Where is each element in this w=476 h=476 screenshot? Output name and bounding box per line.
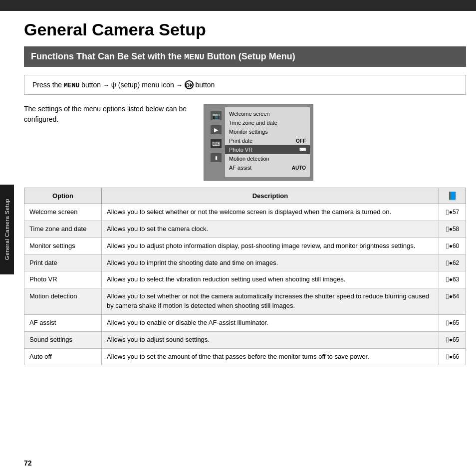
camera-screenshot: 📷 ▶ ⌨ ▮ Welcome screen Time zone and dat…	[204, 104, 313, 181]
book-icon: 📘	[448, 192, 458, 200]
cam-menu-afassist: AF assist AUTO	[225, 163, 310, 172]
ref-number: 58	[453, 226, 459, 233]
ref-number: 65	[453, 319, 459, 326]
ref-number: 63	[453, 276, 459, 283]
option-ref: ⌷●64	[439, 288, 466, 315]
option-ref: ⌷●66	[439, 348, 466, 365]
intro-text: The settings of the menu options listed …	[24, 104, 194, 125]
cam-icon-wrench: ⌨	[211, 139, 222, 148]
ref-book-icon: ⌷●	[446, 226, 453, 233]
option-description: Allows you to adjust photo information d…	[102, 238, 439, 254]
cam-left-icons: 📷 ▶ ⌨ ▮	[207, 107, 225, 177]
option-name: Monitor settings	[24, 238, 102, 254]
table-row: Print dateAllows you to imprint the shoo…	[24, 254, 466, 271]
option-name: Welcome screen	[24, 204, 102, 221]
cam-menu-welcome: Welcome screen	[225, 109, 310, 118]
option-ref: ⌷●57	[439, 204, 466, 221]
table-row: Monitor settingsAllows you to adjust pho…	[24, 238, 466, 254]
ref-book-icon: ⌷●	[446, 276, 453, 283]
ref-book-icon: ⌷●	[446, 336, 453, 343]
option-ref: ⌷●62	[439, 254, 466, 271]
option-description: Allows you to select the vibration reduc…	[102, 271, 439, 288]
option-description: Allows you to set the amount of time tha…	[102, 348, 439, 365]
ref-number: 62	[453, 259, 459, 266]
side-tab-label: General Camera Setup	[4, 199, 10, 260]
cam-menu-photovr: Photo VR ⌨	[225, 145, 310, 154]
page-number: 72	[24, 459, 32, 467]
ok-button-icon: OK	[185, 80, 194, 89]
table-row: Welcome screenAllows you to select wheth…	[24, 204, 466, 221]
menu-word-header: MENU	[184, 52, 205, 62]
option-name: Auto off	[24, 348, 102, 365]
cam-item-label: Time zone and date	[229, 120, 277, 126]
cam-item-label: Monitor settings	[229, 129, 268, 135]
options-table: Option Description 📘 Welcome screenAllow…	[24, 188, 466, 365]
section-header-text: Functions That Can Be Set with the MENU …	[31, 51, 295, 61]
option-description: Allows you to set whether or not the cam…	[102, 288, 439, 315]
menu-word-instruction: MENU	[64, 82, 79, 89]
option-ref: ⌷●63	[439, 271, 466, 288]
main-content: General Camera Setup Functions That Can …	[24, 11, 466, 365]
ref-book-icon: ⌷●	[446, 293, 453, 300]
option-description: Allows you to adjust sound settings.	[102, 331, 439, 348]
option-name: Print date	[24, 254, 102, 271]
option-ref: ⌷●60	[439, 238, 466, 254]
option-ref: ⌷●65	[439, 314, 466, 331]
cam-item-value: AUTO	[292, 165, 306, 171]
cam-item-label: Print date	[229, 138, 252, 144]
cam-item-label: AF assist	[229, 165, 251, 171]
ref-number: 64	[453, 293, 459, 300]
ref-number: 60	[453, 242, 459, 249]
cam-menu-monitor: Monitor settings	[225, 127, 310, 136]
camera-screenshot-inner: 📷 ▶ ⌨ ▮ Welcome screen Time zone and dat…	[207, 107, 310, 177]
option-name: Sound settings	[24, 331, 102, 348]
ref-number: 65	[453, 336, 459, 343]
ref-number: 57	[453, 209, 459, 216]
cam-item-label: Photo VR	[229, 147, 252, 153]
cam-item-label: Welcome screen	[229, 111, 270, 117]
instruction-box: Press the MENU button → ψ (setup) menu i…	[24, 75, 466, 95]
cam-menu-printdate: Print date OFF	[225, 136, 310, 145]
page-title: General Camera Setup	[24, 20, 466, 39]
option-description: Allows you to select whether or not the …	[102, 204, 439, 221]
option-description: Allows you to set the camera clock.	[102, 221, 439, 238]
table-row: Photo VRAllows you to select the vibrati…	[24, 271, 466, 288]
option-name: AF assist	[24, 314, 102, 331]
table-row: Auto offAllows you to set the amount of …	[24, 348, 466, 365]
cam-item-value: ⌨	[299, 147, 306, 152]
cam-item-value: OFF	[296, 138, 306, 144]
cam-menu-motion: Motion detection	[225, 154, 310, 163]
ref-number: 66	[453, 353, 459, 360]
table-row: AF assistAllows you to enable or disable…	[24, 314, 466, 331]
cam-icon-camera: 📷	[211, 111, 222, 120]
table-header-description: Description	[102, 188, 439, 204]
intro-section: The settings of the menu options listed …	[24, 104, 466, 181]
instruction-text: Press the MENU button → ψ (setup) menu i…	[32, 81, 215, 89]
option-ref: ⌷●58	[439, 221, 466, 238]
cam-menu-items: Welcome screen Time zone and date Monito…	[225, 107, 310, 177]
table-row: Sound settingsAllows you to adjust sound…	[24, 331, 466, 348]
side-tab: General Camera Setup	[0, 185, 14, 274]
option-description: Allows you to enable or disable the AF-a…	[102, 314, 439, 331]
ref-book-icon: ⌷●	[446, 209, 453, 216]
ref-book-icon: ⌷●	[446, 353, 453, 360]
ref-book-icon: ⌷●	[446, 319, 453, 326]
table-header-ref: 📘	[439, 188, 466, 204]
ref-book-icon: ⌷●	[446, 259, 453, 266]
option-name: Time zone and date	[24, 221, 102, 238]
table-row: Motion detectionAllows you to set whethe…	[24, 288, 466, 315]
option-ref: ⌷●65	[439, 331, 466, 348]
cam-item-label: Motion detection	[229, 156, 269, 162]
top-bar	[0, 0, 476, 11]
option-description: Allows you to imprint the shooting date …	[102, 254, 439, 271]
cam-icon-video: ▶	[211, 125, 222, 134]
section-header: Functions That Can Be Set with the MENU …	[24, 46, 466, 67]
ref-book-icon: ⌷●	[446, 242, 453, 249]
option-name: Motion detection	[24, 288, 102, 315]
table-row: Time zone and dateAllows you to set the …	[24, 221, 466, 238]
table-header-option: Option	[24, 188, 102, 204]
option-name: Photo VR	[24, 271, 102, 288]
cam-menu-timezone: Time zone and date	[225, 118, 310, 127]
cam-icon-monitor: ▮	[211, 153, 222, 162]
